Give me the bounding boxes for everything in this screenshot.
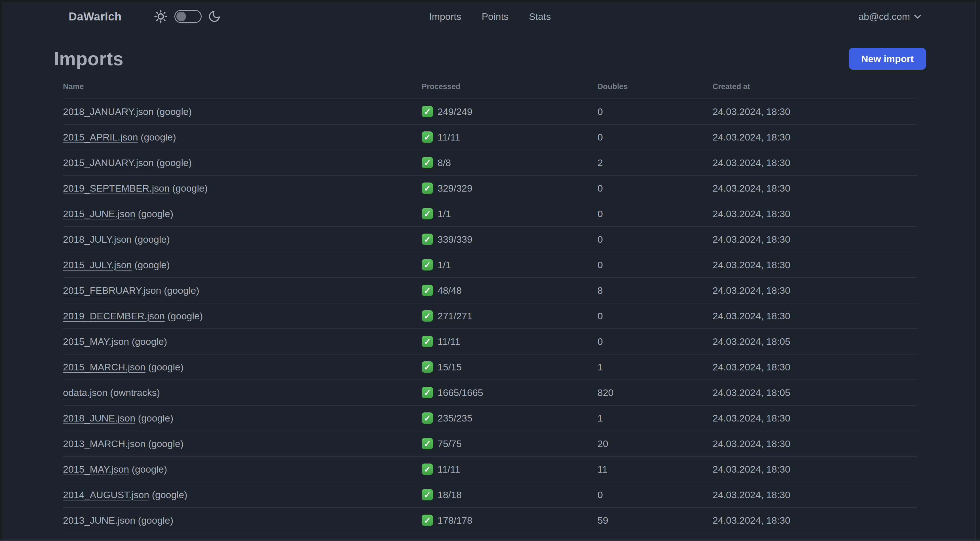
theme-toggle-switch[interactable] (174, 10, 202, 23)
check-icon: ✓ (422, 131, 433, 143)
created-at: 24.03.2024, 18:30 (713, 234, 917, 245)
import-name-cell: 2013_JUNE.json (google) (63, 515, 422, 526)
created-at: 24.03.2024, 18:30 (713, 106, 917, 117)
created-at: 24.03.2024, 18:30 (713, 285, 917, 296)
import-source: (google) (170, 183, 208, 193)
table-row: 2015_MARCH.json (google)✓15/15124.03.202… (63, 354, 917, 380)
processed-count: 8/8 (438, 157, 451, 168)
import-name-cell: 2015_JANUARY.json (google) (63, 157, 422, 168)
import-file-link[interactable]: 2015_JULY.json (63, 259, 132, 270)
processed-cell: ✓235/235 (422, 412, 597, 424)
import-file-link[interactable]: 2015_JUNE.json (63, 208, 135, 219)
import-file-link[interactable]: 2015_MAY.json (63, 464, 129, 475)
import-file-link[interactable]: 2018_JULY.json (63, 234, 132, 245)
import-file-link[interactable]: 2015_JANUARY.json (63, 157, 154, 168)
created-at: 24.03.2024, 18:30 (713, 438, 917, 449)
import-file-link[interactable]: 2018_JANUARY.json (63, 106, 154, 117)
page-head: Imports New import (54, 48, 926, 70)
import-file-link[interactable]: 2014_AUGUST.json (63, 489, 149, 500)
import-source: (google) (165, 311, 203, 321)
processed-cell: ✓75/75 (422, 438, 597, 449)
import-file-link[interactable]: 2015_MAY.json (63, 336, 129, 347)
sun-icon (153, 9, 168, 24)
table-row: 2018_JUNE.json (google)✓235/235124.03.20… (63, 405, 917, 431)
doubles-count: 0 (597, 234, 713, 245)
import-file-link[interactable]: 2015_FEBRUARY.json (63, 285, 161, 296)
import-name-cell: 2015_JUNE.json (google) (63, 208, 422, 219)
doubles-count: 0 (597, 489, 713, 500)
window-top-edge (0, 0, 980, 2)
nav-link-points[interactable]: Points (482, 11, 509, 22)
processed-count: 1665/1665 (438, 387, 483, 398)
table-header-row: Name Processed Doubles Created at (63, 78, 917, 99)
table-row: 2015_JANUARY.json (google)✓8/8224.03.202… (63, 150, 917, 176)
created-at: 24.03.2024, 18:30 (713, 489, 917, 500)
import-source: (google) (129, 336, 167, 347)
processed-count: 11/11 (438, 464, 460, 475)
import-name-cell: 2019_DECEMBER.json (google) (63, 311, 422, 322)
check-icon: ✓ (422, 489, 433, 500)
table-row: 2014_AUGUST.json (google)✓18/18024.03.20… (63, 482, 917, 508)
import-file-link[interactable]: 2015_APRIL.json (63, 132, 138, 142)
doubles-count: 8 (597, 285, 713, 296)
user-menu[interactable]: ab@cd.com (858, 11, 920, 22)
import-file-link[interactable]: 2019_DECEMBER.json (63, 311, 165, 321)
window-bottom-edge (0, 539, 980, 541)
nav-link-stats[interactable]: Stats (529, 11, 551, 22)
created-at: 24.03.2024, 18:30 (713, 311, 917, 322)
import-source: (google) (149, 489, 187, 500)
import-file-link[interactable]: 2018_JUNE.json (63, 413, 135, 423)
import-name-cell: 2018_JANUARY.json (google) (63, 106, 422, 117)
created-at: 24.03.2024, 18:30 (713, 157, 917, 168)
table-row: 2018_JULY.json (google)✓339/339024.03.20… (63, 227, 917, 252)
doubles-count: 0 (597, 183, 713, 194)
doubles-count: 0 (597, 336, 713, 347)
table-row: 2019_SEPTEMBER.json (google)✓329/329024.… (63, 176, 917, 201)
processed-cell: ✓339/339 (422, 234, 597, 245)
doubles-count: 0 (597, 132, 713, 143)
import-source: (owntracks) (107, 387, 160, 398)
import-file-link[interactable]: 2019_SEPTEMBER.json (63, 183, 170, 193)
processed-count: 18/18 (438, 489, 461, 500)
column-header-doubles: Doubles (597, 82, 713, 91)
check-icon: ✓ (422, 412, 433, 424)
check-icon: ✓ (422, 463, 433, 475)
page-title: Imports (54, 48, 124, 69)
check-icon: ✓ (422, 387, 433, 398)
doubles-count: 0 (597, 259, 713, 270)
import-source: (google) (145, 362, 183, 372)
processed-cell: ✓48/48 (422, 285, 597, 296)
import-name-cell: odata.json (owntracks) (63, 387, 422, 398)
processed-count: 1/1 (438, 259, 451, 270)
table-row: 2015_JULY.json (google)✓1/1024.03.2024, … (63, 252, 917, 278)
doubles-count: 0 (597, 311, 713, 322)
import-file-link[interactable]: 2013_JUNE.json (63, 515, 135, 526)
main-content: Imports New import Name Processed Double… (0, 48, 980, 541)
nav-link-imports[interactable]: Imports (429, 11, 461, 22)
doubles-count: 0 (597, 106, 713, 117)
import-file-link[interactable]: 2013_MARCH.json (63, 438, 145, 449)
scrollbar[interactable] (975, 0, 980, 541)
imports-table-body: 2018_JANUARY.json (google)✓249/249024.03… (63, 99, 917, 541)
app-logo[interactable]: DaWarIch (68, 10, 122, 23)
doubles-count: 820 (597, 387, 713, 398)
import-source: (google) (132, 234, 170, 245)
check-icon: ✓ (422, 106, 433, 117)
processed-count: 339/339 (438, 234, 473, 245)
doubles-count: 2 (597, 157, 713, 168)
toggle-knob (177, 12, 186, 21)
table-row: 2015_JUNE.json (google)✓1/1024.03.2024, … (63, 201, 917, 227)
doubles-count: 20 (597, 438, 713, 449)
main-nav: Imports Points Stats (429, 0, 551, 33)
import-name-cell: 2014_AUGUST.json (google) (63, 489, 422, 500)
created-at: 24.03.2024, 18:05 (713, 387, 917, 398)
check-icon: ✓ (422, 336, 433, 347)
import-file-link[interactable]: 2015_MARCH.json (63, 362, 145, 372)
table-row: odata.json (owntracks)✓1665/166582024.03… (63, 380, 917, 405)
processed-count: 11/11 (438, 336, 460, 347)
new-import-button[interactable]: New import (849, 48, 926, 70)
processed-cell: ✓1/1 (422, 208, 597, 219)
import-source: (google) (135, 413, 173, 423)
created-at: 24.03.2024, 18:30 (713, 362, 917, 373)
import-file-link[interactable]: odata.json (63, 387, 107, 398)
